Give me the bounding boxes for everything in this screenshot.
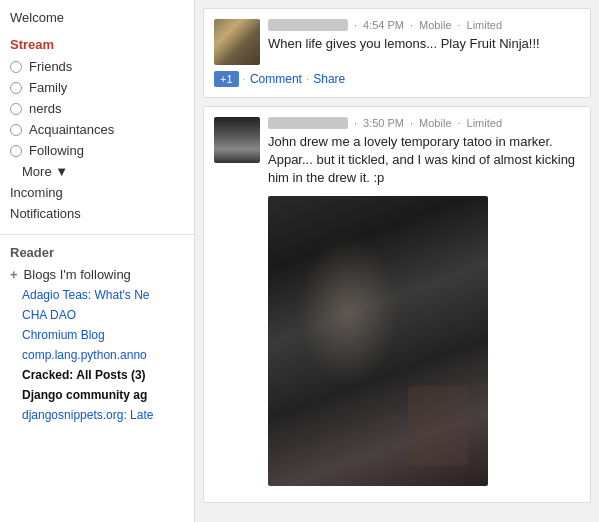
post-card-1: · 4:54 PM · Mobile · Limited When life g… — [203, 8, 591, 98]
welcome-label: Welcome — [0, 4, 194, 33]
sidebar-item-friends[interactable]: Friends — [0, 56, 194, 77]
radio-icon — [10, 103, 22, 115]
post-image — [268, 196, 488, 486]
blog-item-djangosnippets[interactable]: djangosnippets.org: Late — [0, 405, 194, 425]
post-meta-2: · 3:50 PM · Mobile · Limited John drew m… — [268, 117, 580, 486]
radio-icon — [10, 145, 22, 157]
stream-section: Stream Friends Family nerds Acquaintance… — [0, 33, 194, 228]
post-author-row-2: · 3:50 PM · Mobile · Limited — [268, 117, 580, 129]
post-platform-2: Mobile — [419, 117, 451, 129]
post-actions-1: +1 · Comment · Share — [214, 71, 580, 87]
post-header-2: · 3:50 PM · Mobile · Limited John drew m… — [214, 117, 580, 486]
sidebar-item-notifications[interactable]: Notifications — [0, 203, 194, 224]
author-name-blur-2 — [268, 117, 348, 129]
sidebar-item-label: Acquaintances — [29, 122, 114, 137]
sidebar-item-family[interactable]: Family — [0, 77, 194, 98]
post-image-container — [268, 196, 580, 486]
avatar-1 — [214, 19, 260, 65]
sidebar-item-label: Following — [29, 143, 84, 158]
sidebar: Welcome Stream Friends Family nerds Acqu… — [0, 0, 195, 522]
post-text-2: John drew me a lovely temporary tatoo in… — [268, 133, 580, 188]
plusone-button-1[interactable]: +1 — [214, 71, 239, 87]
post-card-2: · 3:50 PM · Mobile · Limited John drew m… — [203, 106, 591, 503]
blogs-following-label: Blogs I'm following — [24, 267, 131, 282]
post-visibility-2: Limited — [467, 117, 502, 129]
post-time-1: 4:54 PM — [363, 19, 404, 31]
author-name-blur-1 — [268, 19, 348, 31]
incoming-label: Incoming — [10, 185, 63, 200]
blog-item-django[interactable]: Django community ag — [0, 385, 194, 405]
sidebar-item-acquaintances[interactable]: Acquaintances — [0, 119, 194, 140]
post-meta-1: · 4:54 PM · Mobile · Limited When life g… — [268, 19, 580, 53]
plusone-label: +1 — [220, 73, 233, 85]
radio-icon — [10, 61, 22, 73]
reader-label: Reader — [0, 241, 194, 264]
post-platform-1: Mobile — [419, 19, 451, 31]
post-text-1: When life gives you lemons... Play Fruit… — [268, 35, 580, 53]
sidebar-item-nerds[interactable]: nerds — [0, 98, 194, 119]
blogs-following-row[interactable]: + Blogs I'm following — [0, 264, 194, 285]
plus-icon: + — [10, 267, 18, 282]
sidebar-item-label: nerds — [29, 101, 62, 116]
stream-label: Stream — [0, 33, 194, 56]
comment-link-1[interactable]: Comment — [250, 72, 302, 86]
sidebar-item-label: Family — [29, 80, 67, 95]
blog-item-adagio[interactable]: Adagio Teas: What's Ne — [0, 285, 194, 305]
notifications-label: Notifications — [10, 206, 81, 221]
radio-icon — [10, 124, 22, 136]
blog-item-cracked[interactable]: Cracked: All Posts (3) — [0, 365, 194, 385]
post-visibility-1: Limited — [467, 19, 502, 31]
avatar-2 — [214, 117, 260, 163]
blog-item-cha[interactable]: CHA DAO — [0, 305, 194, 325]
sidebar-divider — [0, 234, 194, 235]
post-header-1: · 4:54 PM · Mobile · Limited When life g… — [214, 19, 580, 65]
more-label: More ▼ — [22, 164, 68, 179]
blog-item-chromium[interactable]: Chromium Blog — [0, 325, 194, 345]
blog-item-comp[interactable]: comp.lang.python.anno — [0, 345, 194, 365]
sidebar-item-label: Friends — [29, 59, 72, 74]
sidebar-item-incoming[interactable]: Incoming — [0, 182, 194, 203]
share-link-1[interactable]: Share — [313, 72, 345, 86]
main-content: · 4:54 PM · Mobile · Limited When life g… — [195, 0, 599, 522]
sidebar-item-more[interactable]: More ▼ — [0, 161, 194, 182]
post-time-2: 3:50 PM — [363, 117, 404, 129]
sidebar-item-following[interactable]: Following — [0, 140, 194, 161]
post-author-row-1: · 4:54 PM · Mobile · Limited — [268, 19, 580, 31]
radio-icon — [10, 82, 22, 94]
